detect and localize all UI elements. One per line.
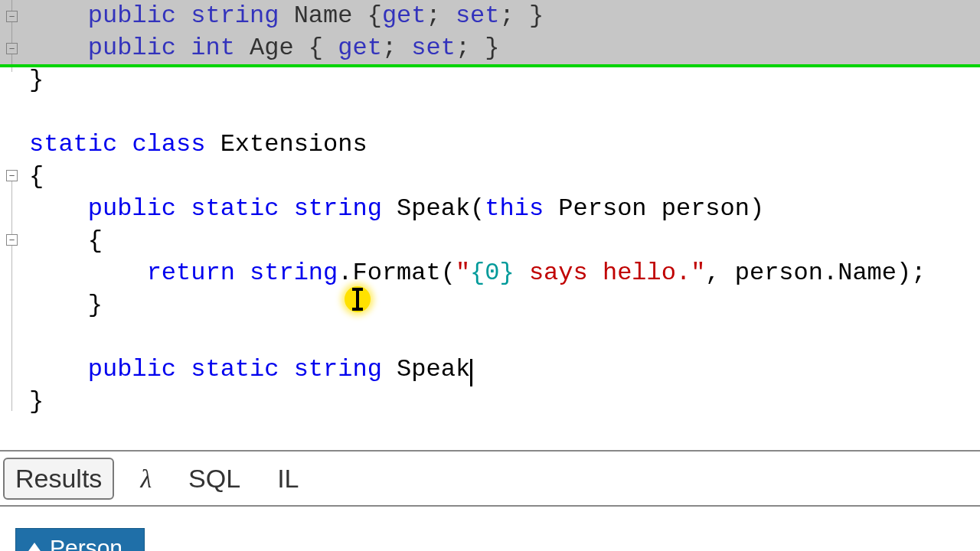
- code-line[interactable]: }: [29, 64, 980, 96]
- results-tabs: Results λ SQL IL: [3, 458, 310, 500]
- code-line[interactable]: public int Age { get; set; }: [29, 32, 980, 64]
- tab-results[interactable]: Results: [3, 458, 114, 500]
- results-panel[interactable]: Person: [2, 508, 978, 551]
- code-area[interactable]: public string Name {get; set; } public i…: [24, 0, 980, 452]
- active-region-border: [0, 64, 980, 67]
- code-line[interactable]: public static string Speak(this Person p…: [29, 193, 980, 225]
- code-line[interactable]: {: [29, 225, 980, 257]
- code-line[interactable]: }: [29, 386, 980, 418]
- results-divider: [0, 505, 980, 507]
- code-line[interactable]: public static string Speak: [29, 354, 980, 386]
- code-editor[interactable]: − − − − public string Name {get; set; } …: [0, 0, 980, 452]
- fold-toggle[interactable]: −: [6, 43, 18, 54]
- code-line[interactable]: static class Extensions: [29, 129, 980, 161]
- fold-gutter: − − − −: [0, 0, 24, 452]
- text-cursor: [470, 359, 472, 386]
- fold-toggle[interactable]: −: [6, 234, 18, 246]
- expand-icon: [27, 543, 42, 551]
- code-line[interactable]: {: [29, 161, 980, 193]
- editor-border: [0, 450, 980, 452]
- code-line[interactable]: return string.Format("{0} says hello.", …: [29, 257, 980, 289]
- fold-toggle[interactable]: −: [6, 11, 18, 22]
- tab-sql[interactable]: SQL: [178, 459, 251, 498]
- code-line[interactable]: public string Name {get; set; }: [29, 0, 980, 32]
- result-type-label: Person: [50, 535, 122, 551]
- fold-toggle[interactable]: −: [6, 170, 18, 181]
- fold-line: [11, 181, 12, 411]
- tab-lambda[interactable]: λ: [129, 460, 162, 498]
- result-expand-person[interactable]: Person: [15, 528, 145, 551]
- code-line[interactable]: }: [29, 289, 980, 321]
- tab-il[interactable]: IL: [266, 459, 309, 498]
